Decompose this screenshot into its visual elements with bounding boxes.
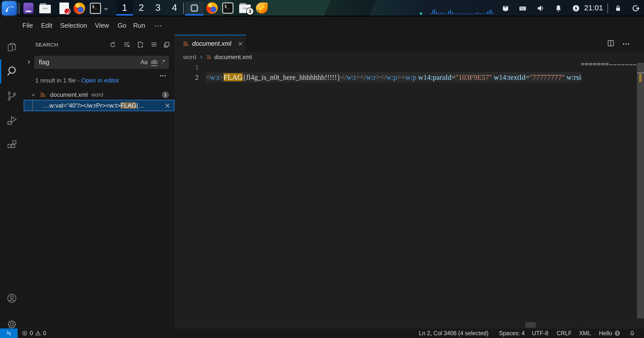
window-button-kate[interactable] bbox=[255, 2, 269, 14]
vscode-titlebar: File Edit Selection View Go Run ⋯ flag bbox=[0, 17, 644, 35]
code-token-tag: w:p bbox=[405, 73, 416, 81]
vertical-scrollbar[interactable] bbox=[637, 63, 644, 318]
remote-indicator[interactable] bbox=[0, 328, 18, 338]
sidebar-item-explorer[interactable] bbox=[0, 35, 23, 59]
regex-toggle[interactable]: .* bbox=[161, 59, 165, 66]
debug-icon bbox=[6, 115, 18, 127]
breadcrumb-dir[interactable]: word bbox=[183, 54, 196, 61]
sidebar-item-extensions[interactable] bbox=[0, 133, 23, 157]
search-result-file-row[interactable]: document.xml word 1 bbox=[23, 90, 175, 100]
code-token-tag: w:t bbox=[210, 73, 219, 81]
horizontal-scrollbar[interactable] bbox=[525, 322, 536, 328]
code-token-attr: w14:paraId bbox=[418, 73, 451, 81]
menu-selection[interactable]: Selection bbox=[60, 17, 87, 34]
whole-word-toggle[interactable]: ab bbox=[151, 59, 158, 66]
keyboard-icon[interactable] bbox=[518, 4, 527, 13]
workspace-2[interactable]: 2 bbox=[133, 0, 150, 16]
menu-go[interactable]: Go bbox=[118, 17, 126, 34]
language-model-item[interactable]: Hello bbox=[599, 328, 621, 338]
panel-title: SEARCH bbox=[35, 42, 58, 48]
dismiss-result-icon[interactable] bbox=[164, 103, 170, 109]
launcher-app-menu[interactable] bbox=[23, 3, 34, 14]
taskbar-decoration bbox=[324, 0, 376, 17]
cursor-position[interactable]: Ln 2, Col 3406 (4 selected) bbox=[419, 328, 488, 338]
code-token-punct: > bbox=[356, 73, 360, 81]
launcher-terminal[interactable]: $_ bbox=[90, 3, 101, 14]
volume-icon[interactable] bbox=[536, 4, 545, 13]
problems-indicator[interactable]: 0 0 bbox=[22, 328, 46, 338]
sidebar-item-run-debug[interactable] bbox=[0, 109, 23, 133]
sidebar-item-search[interactable] bbox=[0, 59, 23, 83]
cpu-graph-bar bbox=[459, 14, 460, 14]
account-button[interactable] bbox=[0, 286, 23, 310]
editor-code-line-2[interactable]: <w:t>FLAG{fl4g_is_n0t_here_hhhhhhh!!!!!}… bbox=[206, 72, 582, 82]
workspace-3[interactable]: 3 bbox=[150, 0, 166, 16]
breadcrumb-file[interactable]: document.xml bbox=[214, 54, 252, 61]
workspace-1[interactable]: 1 bbox=[116, 0, 133, 16]
toggle-replace-chevron-icon[interactable] bbox=[25, 58, 32, 66]
extensions-icon bbox=[6, 139, 18, 151]
power-manager-icon[interactable] bbox=[572, 4, 580, 13]
tab-document-xml[interactable]: document.xml bbox=[175, 35, 246, 52]
cpu-graph-bar bbox=[457, 13, 458, 14]
close-tab-icon[interactable] bbox=[237, 41, 243, 47]
activity-bar bbox=[0, 35, 23, 328]
sidebar-item-source-control[interactable] bbox=[0, 84, 23, 108]
menu-file[interactable]: File bbox=[22, 17, 33, 34]
eol-setting[interactable]: CRLF bbox=[557, 328, 572, 338]
code-token-attr: w14:textId bbox=[494, 73, 525, 81]
view-as-list-icon[interactable] bbox=[150, 40, 159, 49]
taskbar-clock[interactable]: 21:01 bbox=[584, 0, 603, 16]
refresh-icon[interactable] bbox=[108, 40, 117, 49]
encoding-setting[interactable]: UTF-8 bbox=[532, 328, 548, 338]
window-button-vscode[interactable] bbox=[185, 2, 203, 14]
minimap[interactable] bbox=[582, 35, 637, 328]
vscode-window-icon bbox=[191, 4, 198, 12]
code-token-punct: > bbox=[397, 73, 401, 81]
cpu-graph-bar bbox=[482, 14, 483, 14]
launcher-firefox[interactable] bbox=[74, 3, 85, 14]
cpu-graph-bar bbox=[471, 13, 472, 14]
active-workspace-indicator bbox=[116, 14, 133, 16]
cpu-graph-bar bbox=[487, 12, 488, 14]
code-token-tag: w:t bbox=[347, 73, 356, 81]
menu-edit[interactable]: Edit bbox=[41, 17, 52, 34]
launcher-file-manager[interactable] bbox=[39, 3, 51, 14]
errors-icon bbox=[22, 330, 28, 336]
code-token-text: = bbox=[525, 73, 529, 81]
language-mode[interactable]: XML bbox=[579, 328, 591, 338]
kali-menu-button[interactable] bbox=[2, 1, 17, 15]
chevron-right-icon bbox=[199, 55, 204, 60]
match-case-toggle[interactable]: Aa bbox=[140, 59, 148, 66]
launcher-dropdown-chevron-icon[interactable] bbox=[103, 6, 109, 12]
collapse-all-icon[interactable] bbox=[162, 40, 171, 49]
window-button-firefox[interactable] bbox=[205, 2, 219, 14]
lock-screen-icon[interactable] bbox=[614, 4, 622, 13]
logout-icon[interactable] bbox=[631, 4, 640, 13]
open-new-search-editor-icon[interactable] bbox=[136, 40, 145, 49]
ethernet-icon[interactable] bbox=[501, 4, 510, 13]
toggle-search-details-icon[interactable]: ⋯ bbox=[159, 71, 166, 80]
cpu-graph-bar bbox=[484, 13, 484, 14]
search-input[interactable]: flag Aa ab .* bbox=[34, 56, 169, 69]
menu-more[interactable]: ⋯ bbox=[155, 17, 162, 34]
text-editor-icon bbox=[59, 3, 69, 14]
launcher-text-editor[interactable] bbox=[58, 3, 70, 14]
open-in-editor-link[interactable]: Open in editor bbox=[81, 77, 119, 84]
code-token-tag: w:p bbox=[386, 73, 397, 81]
cpu-graph-bar bbox=[466, 13, 467, 14]
workspace-4[interactable]: 4 bbox=[166, 0, 183, 16]
clear-search-results-icon[interactable] bbox=[122, 40, 131, 49]
menu-run[interactable]: Run bbox=[133, 17, 145, 34]
window-button-terminal[interactable]: $_ bbox=[221, 2, 235, 14]
notification-bell-icon[interactable] bbox=[554, 4, 563, 13]
cpu-graph-widget[interactable] bbox=[431, 7, 493, 14]
notifications-bell[interactable] bbox=[629, 328, 635, 338]
files-window-count-badge: 3 bbox=[246, 8, 254, 15]
search-result-match-row[interactable]: …w:val="40"/></w:rPr><w:t>FLAG{… bbox=[24, 100, 174, 111]
code-token-punct: < bbox=[206, 73, 210, 81]
results-summary: 1 result in 1 file - Open in editor bbox=[35, 77, 119, 84]
menu-view[interactable]: View bbox=[95, 17, 109, 34]
indentation-setting[interactable]: Spaces: 4 bbox=[499, 328, 525, 338]
purple-app-icon bbox=[23, 3, 33, 14]
